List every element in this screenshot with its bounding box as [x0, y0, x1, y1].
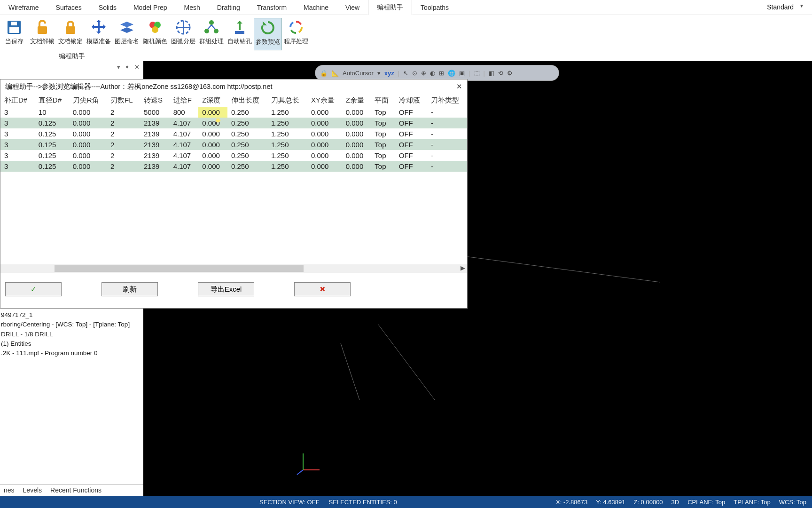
- col-header[interactable]: 冷却液: [395, 94, 427, 107]
- table-cell[interactable]: -: [427, 139, 467, 150]
- table-cell[interactable]: 0.250: [227, 139, 267, 150]
- table-cell[interactable]: Top: [371, 139, 395, 150]
- table-cell[interactable]: 0.000: [69, 150, 107, 161]
- menu-view[interactable]: View: [337, 0, 368, 15]
- ok-button[interactable]: ✓: [5, 282, 62, 296]
- table-cell[interactable]: 0.000: [198, 118, 227, 128]
- col-header[interactable]: 平面: [371, 94, 395, 107]
- table-cell[interactable]: 0.000: [342, 107, 371, 118]
- table-cell[interactable]: 0.000: [307, 128, 342, 139]
- col-header[interactable]: 转速S: [140, 94, 170, 107]
- table-cell[interactable]: 0.250: [227, 128, 267, 139]
- table-cell[interactable]: 4.107: [170, 118, 199, 128]
- table-cell[interactable]: OFF: [395, 128, 427, 139]
- tab-recent-functions[interactable]: Recent Functions: [50, 486, 102, 494]
- col-header[interactable]: XY余量: [307, 94, 342, 107]
- table-cell[interactable]: 0.000: [198, 161, 227, 172]
- table-cell[interactable]: 800: [170, 107, 199, 118]
- table-cell[interactable]: 4.107: [170, 139, 199, 150]
- table-cell[interactable]: -: [427, 128, 467, 139]
- tool3-icon[interactable]: ⚙: [507, 70, 513, 77]
- table-cell[interactable]: OFF: [395, 150, 427, 161]
- table-cell[interactable]: 0.000: [198, 139, 227, 150]
- table-cell[interactable]: 4.107: [170, 161, 199, 172]
- table-cell[interactable]: 0.125: [35, 128, 69, 139]
- tool-program-process[interactable]: 程序处理: [282, 18, 310, 50]
- xyz-label[interactable]: xyz: [384, 70, 394, 77]
- table-cell[interactable]: 0.000: [198, 150, 227, 161]
- table-cell[interactable]: 10: [35, 107, 69, 118]
- param-table[interactable]: 补正D# 直径D# 刀尖R角 刃数FL 转速S 进给F Z深度 伸出长度 刀具总…: [0, 94, 467, 172]
- panel-pin-icon[interactable]: ✦: [125, 64, 130, 71]
- table-cell[interactable]: 0.000: [69, 118, 107, 128]
- dropdown-icon[interactable]: ▾: [377, 70, 381, 77]
- scrollbar-thumb[interactable]: [55, 265, 304, 272]
- tab-levels[interactable]: Levels: [23, 486, 42, 494]
- table-cell[interactable]: 3: [0, 150, 35, 161]
- snap2-icon[interactable]: ⊕: [421, 70, 426, 77]
- status-3d[interactable]: 3D: [671, 499, 679, 506]
- table-cell[interactable]: 2139: [140, 139, 170, 150]
- menu-toolpaths[interactable]: Toolpaths: [412, 0, 457, 15]
- table-cell[interactable]: 0.000: [342, 128, 371, 139]
- col-header[interactable]: 进给F: [170, 94, 199, 107]
- table-cell[interactable]: 2: [107, 118, 140, 128]
- table-cell[interactable]: 1.250: [267, 150, 307, 161]
- globe-icon[interactable]: 🌐: [448, 70, 455, 77]
- col-header[interactable]: 伸出长度: [227, 94, 267, 107]
- table-cell[interactable]: Top: [371, 128, 395, 139]
- table-cell[interactable]: 0.000: [69, 139, 107, 150]
- table-cell[interactable]: 0.000: [307, 161, 342, 172]
- table-cell[interactable]: 2139: [140, 118, 170, 128]
- table-cell[interactable]: OFF: [395, 107, 427, 118]
- table-cell[interactable]: 2139: [140, 150, 170, 161]
- table-row[interactable]: 30.1250.000221394.1070.0000.2501.2500.00…: [0, 161, 467, 172]
- table-cell[interactable]: 0.125: [35, 139, 69, 150]
- table-cell[interactable]: 2139: [140, 161, 170, 172]
- col-header[interactable]: Z深度: [198, 94, 227, 107]
- menu-modelprep[interactable]: Model Prep: [125, 0, 176, 15]
- menu-transform[interactable]: Transform: [249, 0, 295, 15]
- cursor-icon[interactable]: ↖: [403, 70, 408, 77]
- menu-programming-assistant[interactable]: 编程助手: [368, 0, 412, 15]
- table-cell[interactable]: 0.250: [227, 107, 267, 118]
- autocursor-icon[interactable]: 📐: [331, 70, 339, 77]
- table-cell[interactable]: 0.000: [69, 107, 107, 118]
- table-cell[interactable]: 0.125: [35, 150, 69, 161]
- col-header[interactable]: 补正D#: [0, 94, 35, 107]
- lock-small-icon[interactable]: 🔒: [320, 70, 328, 77]
- table-cell[interactable]: 2139: [140, 128, 170, 139]
- col-header[interactable]: 刀补类型: [427, 94, 467, 107]
- table-cell[interactable]: 0.000: [69, 161, 107, 172]
- table-row[interactable]: 30.1250.000221394.1070.0000.2501.2500.00…: [0, 128, 467, 139]
- table-cell[interactable]: 3: [0, 107, 35, 118]
- snap3-icon[interactable]: ◐: [430, 70, 435, 77]
- table-row[interactable]: 30.1250.000221394.1070.0000.2501.2500.00…: [0, 118, 467, 128]
- table-row[interactable]: 30.1250.000221394.1070.0000.2501.2500.00…: [0, 150, 467, 161]
- table-cell[interactable]: -: [427, 161, 467, 172]
- tool-arc-layering[interactable]: 圆弧分层: [169, 18, 197, 50]
- tool-model-prep[interactable]: 模型准备: [85, 18, 113, 50]
- table-cell[interactable]: OFF: [395, 161, 427, 172]
- table-cell[interactable]: 1.250: [267, 107, 307, 118]
- menu-wireframe[interactable]: Wireframe: [0, 0, 47, 15]
- tool-group-process[interactable]: 群组处理: [197, 18, 226, 50]
- table-cell[interactable]: 0.000: [307, 118, 342, 128]
- table-cell[interactable]: OFF: [395, 118, 427, 128]
- table-cell[interactable]: 2: [107, 161, 140, 172]
- table-cell[interactable]: 4.107: [170, 150, 199, 161]
- table-cell[interactable]: Top: [371, 150, 395, 161]
- panel-dropdown-icon[interactable]: ▾: [117, 64, 120, 71]
- status-cplane[interactable]: CPLANE: Top: [687, 499, 725, 506]
- tool-lock-doc[interactable]: 文档锁定: [56, 18, 85, 50]
- tool-random-color[interactable]: 随机颜色: [141, 18, 169, 50]
- table-cell[interactable]: 5000: [140, 107, 170, 118]
- table-cell[interactable]: 0.000: [342, 150, 371, 161]
- menu-machine[interactable]: Machine: [295, 0, 337, 15]
- table-cell[interactable]: 0.000: [198, 107, 227, 118]
- table-cell[interactable]: 0.125: [35, 118, 69, 128]
- scroll-right-icon[interactable]: ▶: [461, 264, 465, 271]
- select-icon[interactable]: ⬚: [474, 70, 480, 77]
- table-cell[interactable]: OFF: [395, 139, 427, 150]
- table-cell[interactable]: 0.250: [227, 118, 267, 128]
